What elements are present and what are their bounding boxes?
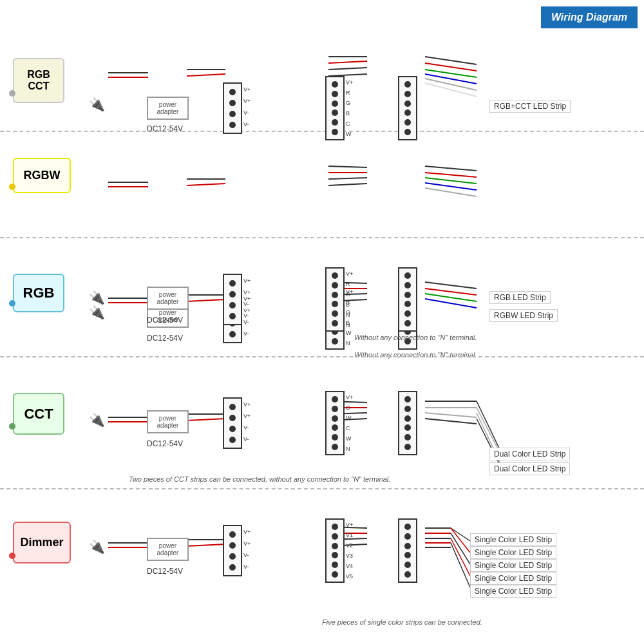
strip-label-dimmer-5: Single Color LED Strip (470, 585, 556, 598)
power-adapter-cct: poweradapter (147, 410, 189, 433)
controller-right-dimmer (325, 518, 345, 583)
strip-label-dimmer-4: Single Color LED Strip (470, 572, 556, 585)
note-dimmer: Five pieces of single color strips can b… (322, 618, 482, 626)
controller-right-rgb (325, 267, 345, 332)
output-block-rgb (398, 267, 417, 332)
output-block-rgb-cct (398, 76, 417, 140)
power-adapter-rgb-cct: poweradapter (147, 97, 189, 120)
controller-left-rgb (223, 274, 242, 325)
strip-label-dimmer-3: Single Color LED Strip (470, 559, 556, 572)
power-adapter-rgb: poweradapter (147, 287, 189, 310)
controller-right-cct (325, 391, 345, 455)
voltage-dimmer: DC12-54V (147, 567, 183, 576)
strip-label-dimmer-2: Single Color LED Strip (470, 546, 556, 559)
strip-label-rgb-cct: RGB+CCT LED Strip (489, 100, 571, 113)
power-adapter-dimmer: poweradapter (147, 538, 189, 561)
mode-box-rgb: RGB (13, 274, 64, 312)
strip-label-dimmer-1: Single Color LED Strip (470, 533, 556, 546)
mode-box-rgbw: RGBW (13, 158, 71, 193)
controller-left-rgb-cct (223, 82, 242, 134)
section-rgbw: RGBW 🔌 poweradapter V+V+V-V- V+RGBWN (0, 132, 644, 238)
mode-box-dimmer: Dimmer (13, 522, 71, 564)
mode-box-rgb-cct: RGBCCT (13, 58, 64, 103)
note-rgb: Without any connection to "N" terminal. (354, 334, 477, 341)
output-block-cct (398, 391, 417, 455)
power-plug-rgb: 🔌 (89, 290, 105, 305)
mode-dot-rgb-cct (9, 90, 15, 97)
section-rgb-cct: RGBCCT 🔌 poweradapter V+V+V-V- V+RGBCW (0, 32, 644, 132)
section-cct: CCT 🔌 poweradapter V+V+V-V- V+CWCWN (0, 370, 644, 489)
power-plug-cct: 🔌 (89, 412, 105, 428)
mode-box-cct: CCT (13, 393, 64, 435)
strip-label-cct-2: Dual Color LED Strip (489, 462, 570, 475)
power-plug-dimmer: 🔌 (89, 539, 105, 554)
power-plug-rgb-cct: 🔌 (89, 97, 105, 112)
section-dimmer: Dimmer 🔌 poweradapter V+V+V-V- V+V1V2V3V… (0, 502, 644, 638)
strip-label-cct-1: Dual Color LED Strip (489, 448, 570, 460)
controller-left-cct (223, 397, 242, 449)
voltage-cct: DC12-54V (147, 439, 183, 448)
note-cct: Two pieces of CCT strips can be connecte… (129, 475, 390, 483)
strip-label-rgb: RGB LED Strip (489, 291, 551, 304)
voltage-rgb: DC12-54V (147, 316, 183, 325)
section-rgb: RGB 🔌 poweradapter V+V+V-V- V+RGBNN (0, 251, 644, 357)
header-title: Wiring Diagram (551, 12, 627, 23)
output-block-dimmer (398, 518, 417, 583)
header-badge: Wiring Diagram (541, 6, 638, 28)
controller-left-dimmer (223, 525, 242, 576)
controller-right-rgb-cct (325, 76, 345, 140)
